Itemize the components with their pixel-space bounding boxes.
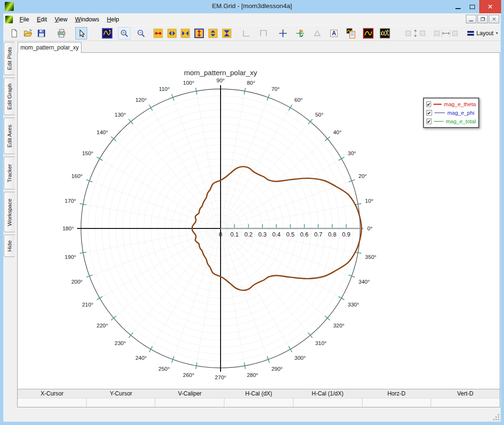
readout-value-cell xyxy=(431,398,500,407)
legend-item[interactable]: ✔ mag_e_theta xyxy=(426,100,476,109)
resize-grip[interactable] xyxy=(494,415,499,420)
corner-top-icon[interactable] xyxy=(257,27,270,40)
y-scale-group-icon[interactable] xyxy=(405,27,426,40)
print-icon[interactable] xyxy=(55,27,68,40)
app-logo-icon-small xyxy=(5,16,13,23)
svg-text:A: A xyxy=(332,30,336,37)
legend-item[interactable]: ✔ mag_e_phi xyxy=(426,109,476,117)
menu-view[interactable]: View xyxy=(51,14,71,25)
legend-list-icon[interactable] xyxy=(345,27,357,40)
svg-text:60°: 60° xyxy=(294,97,302,103)
zoom-in-icon[interactable] xyxy=(118,27,131,40)
svg-text:130°: 130° xyxy=(115,112,126,118)
svg-text:250°: 250° xyxy=(159,366,170,372)
text-annotation-icon[interactable]: A xyxy=(328,27,341,40)
svg-text:260°: 260° xyxy=(183,372,194,378)
mdi-close-button[interactable]: ✕ xyxy=(489,15,499,23)
readout-value-cell xyxy=(293,398,362,407)
app-window: EM.Grid - [mom3dlesson4a] ✕ File Edit Vi… xyxy=(0,0,504,425)
sidebar-item-edit-plots[interactable]: Edit Plots xyxy=(4,42,15,75)
maximize-button[interactable] xyxy=(465,0,479,13)
cursor-readout-bar: X-CursorY-CursorV-CaliperH-Cal (dX)H-Cal… xyxy=(18,389,500,407)
sidebar-item-workspace[interactable]: Workspace xyxy=(4,192,15,232)
mdi-minimize-button[interactable] xyxy=(466,15,476,23)
window-title: EM.Grid - [mom3dlesson4a] xyxy=(0,2,504,10)
svg-text:0.9: 0.9 xyxy=(342,231,350,238)
legend-checkbox[interactable]: ✔ xyxy=(426,110,432,116)
multi-curve-icon[interactable] xyxy=(379,27,392,40)
sidebar-item-tracker[interactable]: Tracker xyxy=(4,157,15,189)
svg-text:0.3: 0.3 xyxy=(258,231,266,238)
svg-text:0.1: 0.1 xyxy=(231,231,239,238)
readout-value-cell xyxy=(224,398,293,407)
sidebar-item-edit-graph[interactable]: Edit Graph xyxy=(4,78,15,115)
new-file-icon[interactable] xyxy=(8,27,20,40)
open-file-icon[interactable] xyxy=(22,27,34,40)
mdi-restore-button[interactable] xyxy=(477,15,488,23)
close-button[interactable]: ✕ xyxy=(479,0,501,13)
readout-value-cell xyxy=(155,398,224,407)
pointer-tool-icon[interactable] xyxy=(75,27,88,40)
svg-text:200°: 200° xyxy=(71,279,83,285)
toolbar: A Layout ▾ xyxy=(3,26,501,41)
minimize-button[interactable] xyxy=(451,0,465,13)
triangle-icon[interactable] xyxy=(311,27,323,40)
fit-view-icon[interactable] xyxy=(101,27,113,40)
legend-checkbox[interactable]: ✔ xyxy=(426,101,431,107)
readout-value-cell xyxy=(86,398,155,407)
crosshair-icon[interactable] xyxy=(277,27,290,40)
zoom-out-icon[interactable] xyxy=(135,27,147,40)
svg-text:150°: 150° xyxy=(82,150,93,156)
svg-text:180°: 180° xyxy=(62,226,74,231)
svg-text:90°: 90° xyxy=(216,78,224,83)
svg-text:0.4: 0.4 xyxy=(272,231,281,238)
layout-button[interactable]: Layout ▾ xyxy=(464,29,501,38)
document-tabbar: mom_pattern_polar_xy xyxy=(17,42,500,52)
svg-text:70°: 70° xyxy=(272,86,280,92)
menu-windows[interactable]: Windows xyxy=(71,14,103,25)
legend-item[interactable]: ✔ mag_e_total xyxy=(426,117,476,126)
pan-y-icon[interactable] xyxy=(207,27,219,40)
chevron-down-icon: ▾ xyxy=(496,31,498,35)
svg-text:110°: 110° xyxy=(159,86,170,92)
chart-title: mom_pattern_polar_xy xyxy=(18,69,423,77)
compress-x-icon[interactable] xyxy=(180,27,192,40)
plot-panel: 0°10°20°30°40°50°60°70°80°90°100°110°120… xyxy=(17,52,500,407)
svg-text:40°: 40° xyxy=(333,129,341,135)
legend-line-sample xyxy=(434,121,444,122)
svg-text:270°: 270° xyxy=(215,375,226,380)
menu-help[interactable]: Help xyxy=(103,14,123,25)
tracker-icon[interactable] xyxy=(294,27,306,40)
save-icon[interactable] xyxy=(35,27,48,40)
svg-text:310°: 310° xyxy=(315,340,327,346)
x-scale-group-icon[interactable] xyxy=(433,27,458,40)
compress-y-icon[interactable] xyxy=(221,27,233,40)
legend-line-sample xyxy=(433,104,441,105)
expand-y-icon[interactable] xyxy=(193,27,205,40)
svg-text:210°: 210° xyxy=(82,302,93,307)
tab-mom-pattern-polar-xy[interactable]: mom_pattern_polar_xy xyxy=(18,42,81,53)
readout-header: Vert-D xyxy=(431,389,500,398)
corner-bottom-left-icon[interactable] xyxy=(240,27,252,40)
svg-text:0: 0 xyxy=(219,231,222,238)
svg-text:330°: 330° xyxy=(348,302,359,307)
svg-text:0.8: 0.8 xyxy=(328,231,336,238)
menu-edit[interactable]: Edit xyxy=(33,14,51,25)
svg-text:0°: 0° xyxy=(367,226,373,231)
svg-text:300°: 300° xyxy=(294,355,306,361)
sidebar-item-edit-axes[interactable]: Edit Axes xyxy=(4,118,15,154)
legend-checkbox[interactable]: ✔ xyxy=(426,119,432,124)
svg-text:30°: 30° xyxy=(348,150,356,156)
expand-x-icon[interactable] xyxy=(152,27,164,40)
menu-file[interactable]: File xyxy=(16,14,33,25)
title-bar[interactable]: EM.Grid - [mom3dlesson4a] ✕ xyxy=(0,0,504,13)
svg-text:0.7: 0.7 xyxy=(314,231,322,238)
svg-text:190°: 190° xyxy=(65,254,76,260)
pan-x-icon[interactable] xyxy=(166,27,178,40)
svg-text:350°: 350° xyxy=(365,254,376,260)
svg-text:220°: 220° xyxy=(97,323,108,328)
sidebar-tabstrip: Edit Plots Edit Graph Edit Axes Tracker … xyxy=(4,42,15,259)
plot-canvas[interactable]: 0°10°20°30°40°50°60°70°80°90°100°110°120… xyxy=(18,53,500,389)
sidebar-item-hide[interactable]: Hide xyxy=(4,235,15,257)
single-curve-icon[interactable] xyxy=(362,27,374,40)
